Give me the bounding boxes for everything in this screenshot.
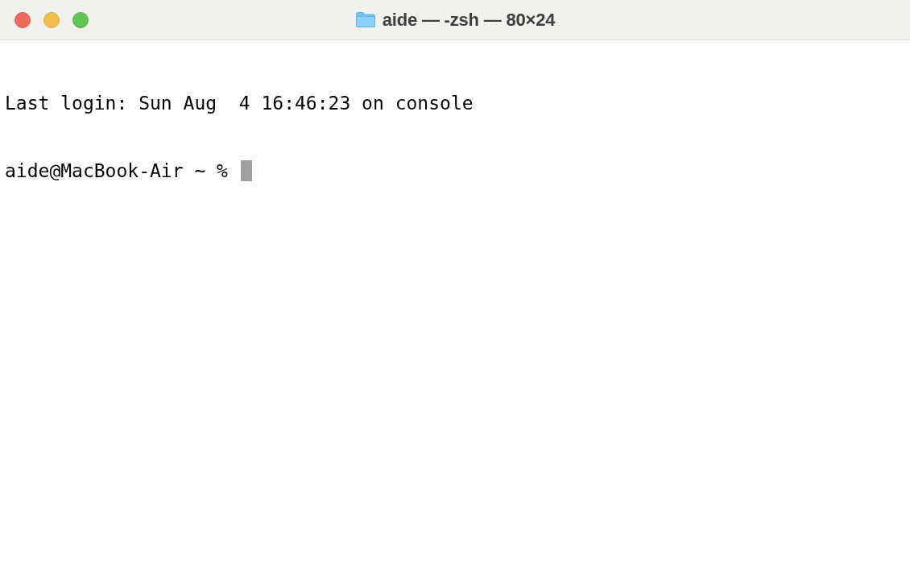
title-center: aide — -zsh — 80×24 [355,10,555,31]
traffic-lights [14,12,89,28]
close-button[interactable] [14,12,31,28]
minimize-button[interactable] [43,12,60,28]
prompt-line: aide@MacBook-Air ~ % [5,159,905,182]
prompt-text: aide@MacBook-Air ~ % [5,159,239,182]
folder-icon [355,11,376,29]
last-login-line: Last login: Sun Aug 4 16:46:23 on consol… [5,92,905,114]
window-titlebar: aide — -zsh — 80×24 [0,0,910,40]
maximize-button[interactable] [72,12,89,28]
cursor [241,160,252,181]
last-login-text: Last login: Sun Aug 4 16:46:23 on consol… [5,92,474,114]
window-title: aide — -zsh — 80×24 [383,10,555,31]
terminal-body[interactable]: Last login: Sun Aug 4 16:46:23 on consol… [0,40,910,211]
